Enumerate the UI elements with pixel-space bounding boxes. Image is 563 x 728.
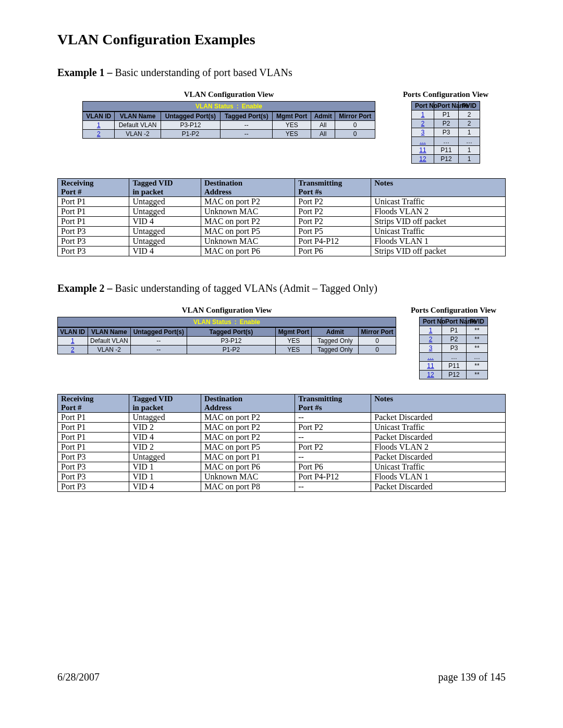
example2-traffic-table: ReceivingPort # Tagged VIDin packet Dest… xyxy=(57,394,506,492)
th-tagged: Tagged Port(s) xyxy=(187,328,276,337)
port-link[interactable]: 2 xyxy=(429,336,433,343)
table-row: 1 Default VLAN -- P3-P12 YES Tagged Only… xyxy=(58,337,396,346)
cell: All xyxy=(311,130,335,139)
cell: YES xyxy=(273,130,311,139)
vlan-id-link[interactable]: 1 xyxy=(71,337,75,344)
cell: 1 xyxy=(458,155,480,164)
vlan-status-bar: VLAN Status : Enable xyxy=(57,317,396,327)
th-port-no: Port No xyxy=(419,317,442,326)
cell: Floods VLAN 2 xyxy=(371,207,506,217)
cell: Port P2 xyxy=(295,423,371,433)
port-link[interactable]: … xyxy=(420,138,426,145)
port-link[interactable]: 3 xyxy=(421,129,425,136)
vlan-id-link[interactable]: 2 xyxy=(71,346,75,353)
cell: Strips VID off packet xyxy=(371,246,506,256)
cell: Port P3 xyxy=(58,227,129,237)
cell: YES xyxy=(273,121,311,130)
port-link[interactable]: 1 xyxy=(421,111,425,118)
cell: Packet Discarded xyxy=(371,482,506,492)
cell: P3 xyxy=(442,344,466,353)
example2-label-rest: Basic understanding of tagged VLANs (Adm… xyxy=(113,282,377,294)
th-recv2: Port # xyxy=(61,403,126,412)
example2-views: VLAN Configuration View VLAN Status : En… xyxy=(57,306,506,379)
document-page: VLAN Configuration Examples Example 1 – … xyxy=(0,0,563,728)
cell: Port P2 xyxy=(295,197,371,207)
th-port-name-text: Port Name xyxy=(445,318,463,325)
cell: P11 xyxy=(442,362,466,371)
table-row: Port P1VID 2MAC on port P5Port P2Floods … xyxy=(58,442,506,452)
port-link[interactable]: 12 xyxy=(427,371,434,378)
example2-ports-view: Ports Configuration View Port No Port Na… xyxy=(401,306,506,379)
vlan-config-view-title: VLAN Configuration View xyxy=(57,306,396,315)
cell: … xyxy=(434,137,458,146)
cell: … xyxy=(458,137,480,146)
cell: Tagged Only xyxy=(312,337,359,346)
th-dest2: Address xyxy=(204,188,291,196)
port-link[interactable]: 11 xyxy=(427,362,434,369)
cell: VID 1 xyxy=(129,472,201,482)
cell: Port P3 xyxy=(58,246,129,256)
cell: VID 2 xyxy=(129,442,201,452)
cell: Port P3 xyxy=(58,482,129,492)
cell: Port P3 xyxy=(58,462,129,472)
vlan-id-cell: 2 xyxy=(83,130,115,139)
th-tx1: Transmitting xyxy=(298,179,368,188)
cell: 2 xyxy=(458,110,480,119)
port-link[interactable]: 1 xyxy=(429,327,433,334)
cell: VID 4 xyxy=(129,246,201,256)
cell: P1-P2 xyxy=(161,130,221,139)
cell: 0 xyxy=(359,346,396,354)
port-link[interactable]: 3 xyxy=(429,344,433,352)
th-vid1: Tagged VID xyxy=(132,394,197,403)
table-row: ……… xyxy=(411,137,480,146)
ports-config-view-title: Ports Configuration View xyxy=(401,306,506,315)
cell: VID 4 xyxy=(129,482,201,492)
cell: Unknown MAC xyxy=(201,207,295,217)
th-admit: Admit xyxy=(311,112,335,121)
cell: Untagged xyxy=(129,452,201,462)
cell: P1-P2 xyxy=(187,346,276,354)
th-tx2: Port #s xyxy=(298,403,368,412)
port-link[interactable]: 11 xyxy=(419,146,426,154)
th-recv: ReceivingPort # xyxy=(58,179,129,197)
table-row: 2P2** xyxy=(419,335,487,344)
cell: Port P1 xyxy=(58,433,129,442)
table-row: Port P3UntaggedUnknown MACPort P4-P12Flo… xyxy=(58,237,506,246)
th-port-no-text: Port No xyxy=(423,318,438,325)
cell: MAC on port P2 xyxy=(201,217,295,227)
vlan-id-link[interactable]: 2 xyxy=(97,130,101,138)
th-recv1: Receiving xyxy=(61,394,126,403)
th-recv2: Port # xyxy=(61,188,126,196)
vlan-id-link[interactable]: 1 xyxy=(97,121,101,129)
cell: Floods VLAN 1 xyxy=(371,237,506,246)
cell: Default VLAN xyxy=(115,121,161,130)
cell: VID 4 xyxy=(129,217,201,227)
example2-ports-table: Port No Port Name PVID 1P1** 2P2** 3P3**… xyxy=(419,317,488,379)
port-link[interactable]: 12 xyxy=(419,155,426,163)
example1-vlan-config-table: VLAN ID VLAN Name Untagged Port(s) Tagge… xyxy=(82,112,375,139)
example1-ports-view: Ports Configuration View Port No Port Na… xyxy=(386,90,506,164)
cell: Unicast Traffic xyxy=(371,462,506,472)
table-row: Port P3VID 4MAC on port P6Port P6Strips … xyxy=(58,246,506,256)
port-no-cell: 12 xyxy=(411,155,434,164)
table-row: Port P1UntaggedMAC on port P2--Packet Di… xyxy=(58,413,506,423)
cell: ** xyxy=(466,335,487,344)
port-link[interactable]: … xyxy=(427,353,434,361)
cell: 0 xyxy=(335,130,375,139)
port-no-cell: 11 xyxy=(419,362,442,371)
th-port-name: Port Name xyxy=(442,317,466,326)
cell: Port P3 xyxy=(58,472,129,482)
cell: Port P2 xyxy=(295,442,371,452)
cell: P3-P12 xyxy=(161,121,221,130)
cell: Untagged xyxy=(129,413,201,423)
cell: -- xyxy=(131,346,187,354)
port-link[interactable]: 2 xyxy=(421,120,425,127)
cell: Port P1 xyxy=(58,423,129,433)
cell: -- xyxy=(221,130,273,139)
cell: Port P1 xyxy=(58,442,129,452)
cell: YES xyxy=(276,337,312,346)
cell: Port P4-P12 xyxy=(295,472,371,482)
table-row: 12P121 xyxy=(411,155,480,164)
cell: All xyxy=(311,121,335,130)
cell: VID 2 xyxy=(129,423,201,433)
